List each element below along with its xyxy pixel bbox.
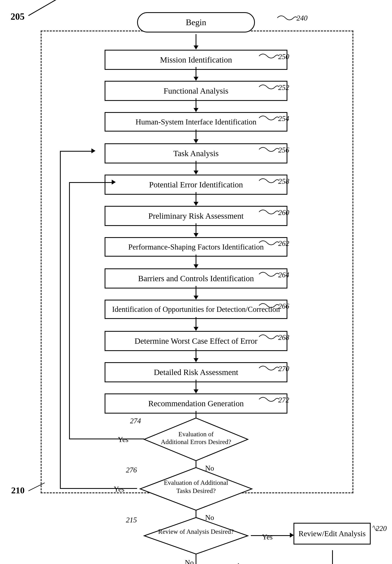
arrow-reviewedit-down [332, 550, 333, 564]
diamond-276-svg: Evaluation of Additional Tasks Desired? [139, 467, 253, 511]
diamond-276-container: Evaluation of Additional Tasks Desired? [139, 467, 253, 512]
squiggle-240 [277, 14, 297, 22]
squiggle-264 [259, 270, 279, 278]
arrowhead-6 [194, 202, 198, 206]
arrow-prelim-perf [196, 223, 196, 234]
squiggle-266 [259, 302, 279, 310]
squiggle-258 [259, 177, 279, 185]
begin-box: Begin [137, 12, 255, 32]
ref-250: 250 [278, 52, 289, 61]
arrowhead-11 [194, 358, 198, 362]
yes-label-274: Yes [118, 435, 128, 444]
ref-264: 264 [278, 271, 289, 279]
feedback-274-right [69, 182, 113, 183]
arrowhead-4 [194, 139, 198, 143]
arrowhead-215-right [290, 533, 294, 538]
review-edit-box: Review/Edit Analysis [294, 523, 371, 545]
ref-252: 252 [278, 83, 289, 92]
arrowhead-9 [194, 296, 198, 300]
ref-262: 262 [278, 239, 289, 248]
ref-215: 215 [126, 516, 137, 524]
arrow-task-potential [196, 161, 196, 171]
ref-258: 258 [278, 177, 289, 186]
label-210: 210 [11, 485, 25, 495]
diamond-274-svg: Evaluation of Additional Errors Desired? [143, 417, 249, 462]
arrowhead-1 [194, 45, 198, 50]
feedback-276-right [60, 151, 93, 152]
svg-text:Additional Errors Desired?: Additional Errors Desired? [161, 438, 231, 445]
arrow-opps-worst [196, 317, 196, 328]
squiggle-268 [259, 333, 279, 341]
arrow-func-human [196, 98, 196, 109]
ref-254: 254 [278, 114, 289, 123]
arrowhead-7 [194, 233, 198, 237]
ref-270: 270 [278, 364, 289, 373]
svg-text:Evaluation of Additional: Evaluation of Additional [164, 479, 228, 486]
ref-256: 256 [278, 146, 289, 154]
arrow-human-task [196, 130, 196, 140]
svg-text:Tasks Desired?: Tasks Desired? [176, 487, 216, 494]
feedback-274-left [69, 439, 144, 439]
ref-260: 260 [278, 208, 289, 217]
arrowhead-feedback-274 [112, 180, 116, 185]
svg-text:Review of Analysis Desired?: Review of Analysis Desired? [158, 528, 234, 535]
no-label-215: No [185, 558, 194, 564]
svg-text:Evaluation of: Evaluation of [178, 430, 214, 438]
ref-240: 240 [296, 14, 308, 22]
ref-220: 220 [376, 524, 387, 533]
arrow-215-generate [196, 554, 196, 564]
ref-272: 272 [278, 396, 289, 404]
feedback-276-left [60, 488, 137, 489]
feedback-274-up [69, 182, 70, 439]
squiggle-250 [259, 52, 279, 60]
arrow-215-reviewedit [251, 535, 292, 536]
arrowhead-5 [194, 171, 198, 175]
squiggle-252 [259, 83, 279, 91]
arrowhead-3 [194, 108, 198, 112]
squiggle-260 [259, 208, 279, 216]
squiggle-256 [259, 145, 279, 153]
label-205: 205 [11, 11, 25, 22]
arrowhead-8 [194, 264, 198, 268]
yes-label-276: Yes [114, 485, 124, 493]
yes-label-215: Yes [262, 533, 273, 541]
ref-268: 268 [278, 333, 289, 342]
squiggle-254 [259, 114, 279, 122]
arrow-perf-barriers [196, 255, 196, 265]
ref-276: 276 [126, 466, 137, 474]
arrow-detailed-recommendation [196, 380, 196, 390]
arrowhead-reviewedit [235, 563, 239, 564]
squiggle-270 [259, 364, 279, 372]
svg-marker-6 [144, 518, 248, 554]
diamond-215-container: Review of Analysis Desired? [143, 517, 249, 556]
arrowhead-feedback-276 [91, 148, 96, 153]
arrow-begin-mission [196, 34, 196, 46]
arrowhead-2 [194, 77, 198, 81]
ref-266: 266 [278, 302, 289, 310]
arrowhead-12 [194, 389, 198, 393]
arrow-mission-functional [196, 67, 196, 78]
diagram-container: 205 Begin 240 Mission Identification 250… [0, 0, 392, 564]
feedback-276-up [60, 151, 61, 489]
squiggle-272 [259, 395, 279, 403]
diamond-215-svg: Review of Analysis Desired? [143, 517, 249, 555]
ref-274: 274 [130, 417, 141, 425]
arrowhead-10 [194, 327, 198, 331]
arrow-210 [28, 481, 49, 493]
squiggle-262 [259, 239, 279, 247]
arrow-barriers-opps [196, 286, 196, 296]
arrow-potential-prelim [196, 192, 196, 203]
arrow-worst-detailed [196, 348, 196, 359]
squiggle-220 [373, 524, 377, 532]
